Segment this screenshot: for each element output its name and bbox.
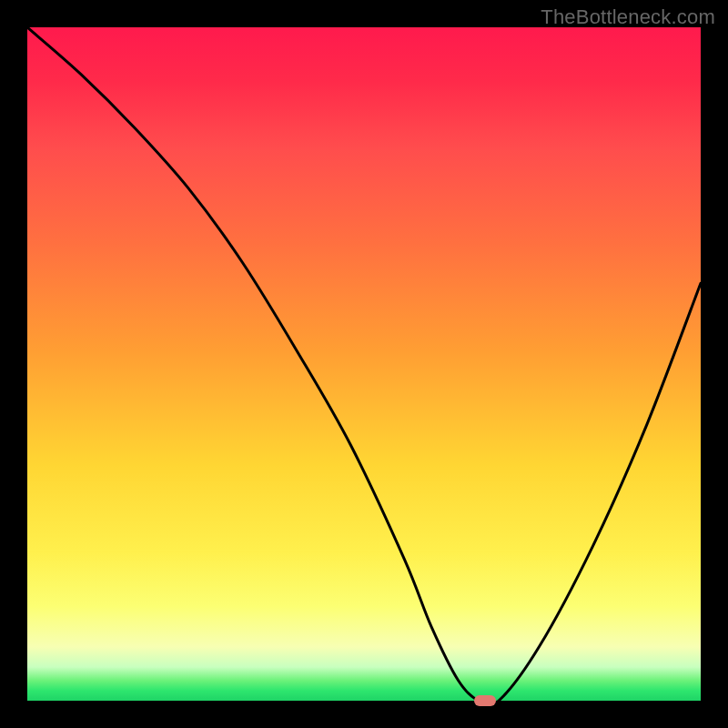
bottleneck-curve-svg — [27, 27, 701, 701]
optimal-point-marker — [474, 695, 496, 706]
chart-frame: TheBottleneck.com — [0, 0, 728, 728]
watermark-text: TheBottleneck.com — [541, 5, 715, 29]
bottleneck-curve-path — [27, 27, 701, 701]
chart-plot-area — [27, 27, 701, 701]
